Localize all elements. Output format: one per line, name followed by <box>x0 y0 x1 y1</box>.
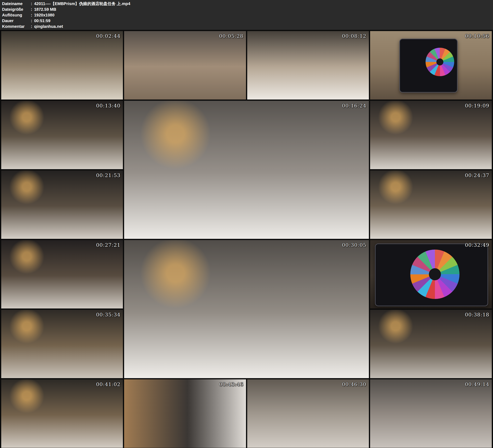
thumbnail[interactable]: 00:27:21 <box>1 240 123 308</box>
thumbnail[interactable]: 00:13:40 <box>1 101 123 169</box>
timestamp-overlay: 00:35:34 <box>96 312 121 318</box>
file-info-separator: : <box>29 18 34 23</box>
thumbnail[interactable]: 00:49:14 <box>370 379 492 448</box>
filename-value: 42011----【EMBPrism】伪娘的酒店轮盘任务 上.mp4 <box>34 1 130 7</box>
timestamp-overlay: 00:32:49 <box>465 242 489 248</box>
thumbnail[interactable]: 00:41:02 <box>1 379 123 448</box>
thumbnail[interactable]: 00:19:09 <box>370 101 492 169</box>
timestamp-overlay: 00:02:44 <box>96 33 121 39</box>
file-info-label: Dateiname <box>2 1 29 7</box>
timestamp-overlay: 00:08:12 <box>342 33 366 39</box>
thumbnail[interactable]: 00:08:12 <box>247 31 369 100</box>
timestamp-overlay: 00:43:46 <box>219 381 243 387</box>
timestamp-overlay: 00:13:40 <box>96 103 121 109</box>
timestamp-overlay: 00:49:14 <box>465 381 489 387</box>
file-info-row-filesize: Dateigröße : 1872.59 MB <box>2 7 493 12</box>
timestamp-overlay: 00:24:37 <box>465 172 489 178</box>
timestamp-overlay: 00:10:56 <box>465 33 489 39</box>
file-info-row-comment: Kommentar : qinglanhua.net <box>2 23 493 29</box>
timestamp-overlay: 00:41:02 <box>96 381 121 387</box>
roulette-wheel-graphic <box>410 250 460 299</box>
timestamp-overlay: 00:19:09 <box>465 103 489 109</box>
thumbnail-large[interactable]: 00:30:05 <box>124 240 369 378</box>
timestamp-overlay: 00:46:30 <box>342 381 366 387</box>
file-info-label: Kommentar <box>2 23 29 29</box>
timestamp-overlay: 00:27:21 <box>96 242 121 248</box>
thumbnail-large[interactable]: 00:16:24 <box>124 101 369 239</box>
resolution-value: 1920x1080 <box>34 12 55 18</box>
thumbnail[interactable]: 00:43:46 <box>124 379 246 448</box>
timestamp-overlay: 00:05:28 <box>219 33 243 39</box>
comment-value: qinglanhua.net <box>34 23 63 29</box>
file-info-label: Dateigröße <box>2 7 29 12</box>
roulette-wheel-graphic <box>426 48 454 76</box>
timestamp-overlay: 00:21:53 <box>96 172 121 178</box>
file-info-separator: : <box>29 23 34 29</box>
file-info-separator: : <box>29 1 34 7</box>
thumbnail[interactable]: 00:38:18 <box>370 310 492 378</box>
file-info-header: Dateiname : 42011----【EMBPrism】伪娘的酒店轮盘任务… <box>0 0 493 30</box>
file-info-separator: : <box>29 12 34 18</box>
thumbnail[interactable]: 00:10:56 <box>370 31 492 100</box>
file-info-label: Auflösung <box>2 12 29 18</box>
thumbnail[interactable]: 00:32:49 <box>370 240 492 308</box>
tablet-placeholder <box>399 39 458 92</box>
file-info-row-resolution: Auflösung : 1920x1080 <box>2 12 493 18</box>
thumbnail[interactable]: 00:46:30 <box>247 379 369 448</box>
thumbnail[interactable]: 00:35:34 <box>1 310 123 378</box>
duration-value: 00:51:59 <box>34 18 50 23</box>
timestamp-overlay: 00:16:24 <box>342 103 366 109</box>
thumbnail[interactable]: 00:05:28 <box>124 31 246 100</box>
timestamp-overlay: 00:30:05 <box>342 242 366 248</box>
file-info-row-filename: Dateiname : 42011----【EMBPrism】伪娘的酒店轮盘任务… <box>2 1 493 7</box>
filesize-value: 1872.59 MB <box>34 7 56 12</box>
thumbnail[interactable]: 00:02:44 <box>1 31 123 100</box>
timestamp-overlay: 00:38:18 <box>465 312 489 318</box>
tablet-placeholder <box>375 244 488 306</box>
file-info-label: Dauer <box>2 18 29 23</box>
thumbnail[interactable]: 00:24:37 <box>370 170 492 239</box>
file-info-separator: : <box>29 7 34 12</box>
file-info-row-duration: Dauer : 00:51:59 <box>2 18 493 23</box>
thumbnail[interactable]: 00:21:53 <box>1 170 123 239</box>
thumbnail-grid: 00:02:44 00:05:28 00:08:12 00:10:56 00:1… <box>0 31 493 448</box>
